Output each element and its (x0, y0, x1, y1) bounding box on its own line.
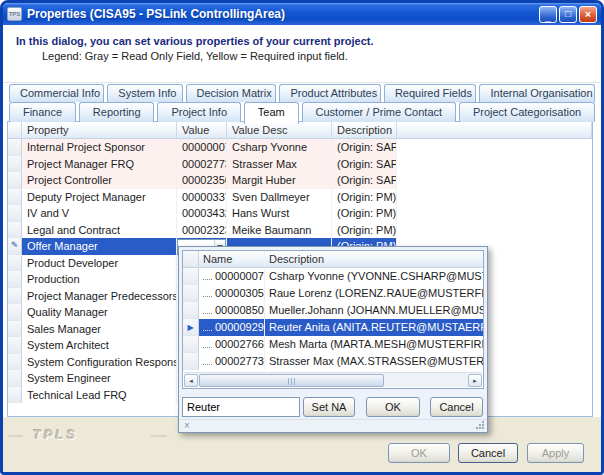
table-row[interactable]: Legal and Contract00002323Meike Baumann(… (8, 222, 592, 239)
picker-ok-button[interactable]: OK (366, 397, 420, 417)
picker-row[interactable]: 00002773Strasser Max (MAX.STRASSER@MUSTE… (183, 353, 483, 370)
row-header[interactable] (8, 255, 22, 272)
scroll-right-icon[interactable]: ► (468, 374, 482, 387)
apply-button[interactable]: Apply (527, 443, 584, 463)
description-cell: (Origin: PM) (332, 205, 397, 222)
row-arrow-icon[interactable]: ▶ (183, 319, 199, 336)
value-cell: 00000007 (177, 139, 227, 156)
value-desc-cell: Csharp Yvonne (227, 139, 332, 156)
property-cell: Legal and Contract (22, 222, 177, 239)
column-header-description[interactable]: Description (332, 122, 397, 138)
tree-connector-icon (203, 344, 212, 348)
row-header[interactable] (8, 222, 22, 239)
row-header[interactable] (8, 387, 22, 404)
picker-row[interactable]: 00000305Raue Lorenz (LORENZ.RAUE@MUSTERF… (183, 285, 483, 302)
tab-customer-prime-contact[interactable]: Customer / Prime Contact (302, 102, 456, 122)
picker-description-cell: Mueller.Johann (JOHANN.MUELLER@MUSTERFIR… (265, 302, 483, 319)
row-header[interactable] (8, 354, 22, 371)
tab-product-attributes[interactable]: Product Attributes (279, 84, 381, 102)
tab-commercial-info[interactable]: Commercial Info (9, 84, 104, 102)
properties-dialog: TPS Properties (CISA95 - PSLink Controll… (0, 0, 604, 475)
row-header[interactable] (8, 304, 22, 321)
tab-row-1: Commercial InfoSystem InfoDecision Matri… (9, 84, 595, 102)
table-row[interactable]: Internal Project Sponsor00000007Csharp Y… (8, 139, 592, 156)
edit-pencil-icon[interactable]: ✎ (8, 238, 22, 255)
picker-row[interactable]: 00000007Csharp Yvonne (YVONNE.CSHARP@MUS… (183, 268, 483, 285)
dialog-legend: Legend: Gray = Read Only Field, Yellow =… (16, 50, 601, 62)
picker-row[interactable]: ▶00000929Reuter Anita (ANITA.REUTER@MUST… (183, 319, 483, 336)
horizontal-scrollbar[interactable]: ◄ ► (184, 372, 482, 387)
picker-row-header[interactable] (183, 268, 199, 285)
picker-column-description[interactable]: Description (265, 251, 483, 267)
table-row[interactable]: Deputy Project Manager00000337Sven Dallm… (8, 189, 592, 206)
picker-row-header[interactable] (183, 302, 199, 319)
row-header[interactable] (8, 172, 22, 189)
value-desc-cell: Strasser Max (227, 156, 332, 173)
picker-row-header[interactable] (183, 285, 199, 302)
tab-project-categorisation[interactable]: Project Categorisation (459, 102, 595, 122)
table-row[interactable]: Project Controller00002356Margit Huber(O… (8, 172, 592, 189)
property-cell: System Engineer (22, 370, 177, 387)
tab-required-fields[interactable]: Required Fields (384, 84, 477, 102)
row-header[interactable] (8, 189, 22, 206)
property-cell: Product Developer (22, 255, 177, 272)
maximize-button[interactable]: □ (559, 6, 577, 23)
pslink-logo: TPLS (33, 427, 78, 442)
column-header-value[interactable]: Value (177, 122, 227, 138)
table-row[interactable]: Project Manager FRQ00002773Strasser Max(… (8, 156, 592, 173)
picker-description-cell: Csharp Yvonne (YVONNE.CSHARP@MUSTERFIRMA… (265, 268, 483, 285)
property-cell: Project Manager Predecessors (22, 288, 177, 305)
tab-finance[interactable]: Finance (9, 102, 76, 122)
tab-decision-matrix[interactable]: Decision Matrix (186, 84, 277, 102)
row-header[interactable] (8, 156, 22, 173)
minimize-button[interactable]: _ (539, 6, 557, 23)
picker-footer: × (179, 419, 487, 432)
value-cell: 00003432 (177, 205, 227, 222)
picker-filter-input[interactable] (182, 397, 300, 417)
tab-system-info[interactable]: System Info (107, 84, 182, 102)
property-cell: System Architect (22, 337, 177, 354)
tab-project-info[interactable]: Project Info (157, 102, 240, 122)
table-header-row: Property Value Value Desc Description (8, 122, 592, 139)
title-bar[interactable]: TPS Properties (CISA95 - PSLink Controll… (3, 3, 601, 25)
tab-internal-organisation[interactable]: Internal Organisation (479, 84, 595, 102)
row-header[interactable] (8, 271, 22, 288)
scrollbar-thumb[interactable] (199, 374, 384, 387)
picker-row-header[interactable] (183, 353, 199, 370)
tab-team[interactable]: Team (244, 102, 299, 124)
value-desc-cell: Sven Dallmeyer (227, 189, 332, 206)
picker-row-header[interactable] (183, 336, 199, 353)
picker-name: 00000305 (215, 287, 264, 299)
description-cell: (Origin: SAP) (332, 156, 397, 173)
picker-name: 00002766 (215, 338, 264, 350)
property-cell: Technical Lead FRQ (22, 387, 177, 404)
column-header-value-desc[interactable]: Value Desc (227, 122, 332, 138)
picker-row[interactable]: 00000850Mueller.Johann (JOHANN.MUELLER@M… (183, 302, 483, 319)
row-header[interactable] (8, 370, 22, 387)
value-cell: 00002773 (177, 156, 227, 173)
picker-row[interactable]: 00002766Mesh Marta (MARTA.MESH@MUSTERFIR… (183, 336, 483, 353)
cancel-button[interactable]: Cancel (458, 443, 518, 463)
value-cell: 00002323 (177, 222, 227, 239)
close-button[interactable]: × (579, 6, 597, 23)
row-header[interactable] (8, 139, 22, 156)
picker-column-name[interactable]: Name (199, 251, 265, 267)
ok-button[interactable]: OK (388, 443, 450, 463)
picker-name-cell: 00000929 (199, 319, 265, 336)
table-row[interactable]: IV and V00003432Hans Wurst(Origin: PM) (8, 205, 592, 222)
picker-header-row: Name Description (183, 251, 483, 268)
row-header[interactable] (8, 288, 22, 305)
row-header[interactable] (8, 321, 22, 338)
picker-cancel-button[interactable]: Cancel (430, 397, 483, 417)
column-header-property[interactable]: Property (22, 122, 177, 138)
row-header[interactable] (8, 337, 22, 354)
picker-name-cell: 00000850 (199, 302, 265, 319)
picker-close-icon[interactable]: × (184, 420, 190, 431)
scroll-left-icon[interactable]: ◄ (184, 374, 198, 387)
set-na-button[interactable]: Set NA (303, 397, 355, 417)
property-cell: System Configuration Responsible (22, 354, 177, 371)
row-header[interactable] (8, 205, 22, 222)
resize-grip-icon[interactable] (475, 421, 485, 430)
tab-reporting[interactable]: Reporting (79, 102, 155, 122)
window-title: Properties (CISA95 - PSLink ControllingA… (27, 7, 539, 21)
